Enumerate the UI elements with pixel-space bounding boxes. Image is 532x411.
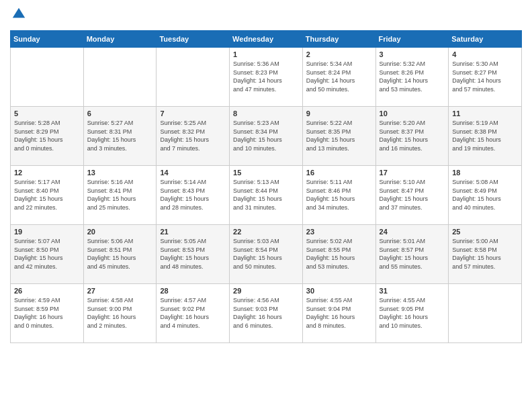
calendar-cell: 3Sunrise: 5:32 AM Sunset: 8:26 PM Daylig… bbox=[375, 48, 449, 107]
calendar-cell: 13Sunrise: 5:16 AM Sunset: 8:41 PM Dayli… bbox=[83, 166, 157, 225]
col-header-tuesday: Tuesday bbox=[157, 31, 230, 48]
calendar-table: SundayMondayTuesdayWednesdayThursdayFrid… bbox=[10, 30, 522, 343]
day-number: 1 bbox=[233, 50, 299, 58]
calendar-cell: 14Sunrise: 5:14 AM Sunset: 8:43 PM Dayli… bbox=[157, 166, 230, 225]
day-number: 8 bbox=[233, 109, 299, 118]
cell-content: Sunrise: 5:03 AM Sunset: 8:54 PM Dayligh… bbox=[233, 237, 299, 271]
calendar-cell: 30Sunrise: 4:55 AM Sunset: 9:04 PM Dayli… bbox=[302, 284, 375, 343]
cell-content: Sunrise: 5:36 AM Sunset: 8:23 PM Dayligh… bbox=[233, 60, 299, 93]
cell-content: Sunrise: 5:11 AM Sunset: 8:46 PM Dayligh… bbox=[306, 178, 372, 212]
cell-content: Sunrise: 5:16 AM Sunset: 8:41 PM Dayligh… bbox=[87, 178, 153, 212]
calendar-cell: 27Sunrise: 4:58 AM Sunset: 9:00 PM Dayli… bbox=[83, 284, 157, 343]
svg-marker-0 bbox=[13, 8, 25, 18]
col-header-monday: Monday bbox=[83, 31, 157, 48]
day-number: 31 bbox=[380, 287, 445, 295]
day-number: 27 bbox=[87, 287, 153, 295]
day-number: 9 bbox=[306, 109, 372, 118]
cell-content: Sunrise: 4:59 AM Sunset: 8:59 PM Dayligh… bbox=[14, 296, 80, 330]
day-number: 13 bbox=[87, 169, 153, 177]
calendar-cell bbox=[83, 48, 157, 107]
day-number: 22 bbox=[233, 228, 299, 236]
cell-content: Sunrise: 5:28 AM Sunset: 8:29 PM Dayligh… bbox=[14, 119, 80, 152]
calendar-cell: 6Sunrise: 5:27 AM Sunset: 8:31 PM Daylig… bbox=[83, 107, 157, 166]
calendar-cell: 22Sunrise: 5:03 AM Sunset: 8:54 PM Dayli… bbox=[230, 225, 303, 284]
day-number: 18 bbox=[452, 169, 518, 177]
cell-content: Sunrise: 5:19 AM Sunset: 8:38 PM Dayligh… bbox=[452, 119, 518, 152]
calendar-cell: 21Sunrise: 5:05 AM Sunset: 8:53 PM Dayli… bbox=[157, 225, 230, 284]
day-number: 23 bbox=[306, 228, 372, 236]
col-header-friday: Friday bbox=[375, 31, 449, 48]
cell-content: Sunrise: 4:57 AM Sunset: 9:02 PM Dayligh… bbox=[160, 296, 226, 330]
day-number: 25 bbox=[452, 228, 518, 236]
col-header-wednesday: Wednesday bbox=[230, 31, 303, 48]
calendar-cell: 4Sunrise: 5:30 AM Sunset: 8:27 PM Daylig… bbox=[449, 48, 522, 107]
calendar-cell: 29Sunrise: 4:56 AM Sunset: 9:03 PM Dayli… bbox=[230, 284, 303, 343]
cell-content: Sunrise: 5:22 AM Sunset: 8:35 PM Dayligh… bbox=[306, 119, 372, 152]
day-number: 21 bbox=[160, 228, 226, 236]
cell-content: Sunrise: 5:17 AM Sunset: 8:40 PM Dayligh… bbox=[14, 178, 80, 212]
day-number: 16 bbox=[306, 169, 372, 177]
calendar-cell: 11Sunrise: 5:19 AM Sunset: 8:38 PM Dayli… bbox=[449, 107, 522, 166]
cell-content: Sunrise: 5:08 AM Sunset: 8:49 PM Dayligh… bbox=[452, 178, 518, 212]
calendar-cell: 9Sunrise: 5:22 AM Sunset: 8:35 PM Daylig… bbox=[302, 107, 375, 166]
calendar-cell: 20Sunrise: 5:06 AM Sunset: 8:51 PM Dayli… bbox=[83, 225, 157, 284]
day-number: 12 bbox=[14, 169, 80, 177]
day-number: 15 bbox=[233, 169, 299, 177]
col-header-saturday: Saturday bbox=[449, 31, 522, 48]
cell-content: Sunrise: 5:25 AM Sunset: 8:32 PM Dayligh… bbox=[160, 119, 226, 152]
logo-icon bbox=[11, 7, 26, 21]
cell-content: Sunrise: 5:34 AM Sunset: 8:24 PM Dayligh… bbox=[306, 60, 372, 93]
calendar-cell: 16Sunrise: 5:11 AM Sunset: 8:46 PM Dayli… bbox=[302, 166, 375, 225]
day-number: 29 bbox=[233, 287, 299, 295]
calendar-cell: 31Sunrise: 4:55 AM Sunset: 9:05 PM Dayli… bbox=[375, 284, 449, 343]
calendar-cell: 7Sunrise: 5:25 AM Sunset: 8:32 PM Daylig… bbox=[157, 107, 230, 166]
cell-content: Sunrise: 5:27 AM Sunset: 8:31 PM Dayligh… bbox=[87, 119, 153, 152]
day-number: 10 bbox=[380, 109, 445, 118]
day-number: 14 bbox=[160, 169, 226, 177]
week-row-1: 1Sunrise: 5:36 AM Sunset: 8:23 PM Daylig… bbox=[11, 48, 522, 107]
day-number: 4 bbox=[452, 50, 518, 58]
cell-content: Sunrise: 5:00 AM Sunset: 8:58 PM Dayligh… bbox=[452, 237, 518, 271]
calendar-cell bbox=[157, 48, 230, 107]
logo bbox=[10, 7, 26, 25]
calendar-cell: 25Sunrise: 5:00 AM Sunset: 8:58 PM Dayli… bbox=[449, 225, 522, 284]
calendar-cell: 2Sunrise: 5:34 AM Sunset: 8:24 PM Daylig… bbox=[302, 48, 375, 107]
cell-content: Sunrise: 4:55 AM Sunset: 9:04 PM Dayligh… bbox=[306, 296, 372, 330]
cell-content: Sunrise: 5:01 AM Sunset: 8:57 PM Dayligh… bbox=[380, 237, 445, 271]
day-number: 28 bbox=[160, 287, 226, 295]
calendar-cell: 10Sunrise: 5:20 AM Sunset: 8:37 PM Dayli… bbox=[375, 107, 449, 166]
calendar-cell bbox=[449, 284, 522, 343]
cell-content: Sunrise: 5:07 AM Sunset: 8:50 PM Dayligh… bbox=[14, 237, 80, 271]
day-number: 11 bbox=[452, 109, 518, 118]
cell-content: Sunrise: 4:56 AM Sunset: 9:03 PM Dayligh… bbox=[233, 296, 299, 330]
calendar-cell: 15Sunrise: 5:13 AM Sunset: 8:44 PM Dayli… bbox=[230, 166, 303, 225]
col-header-sunday: Sunday bbox=[11, 31, 84, 48]
day-number: 26 bbox=[14, 287, 80, 295]
week-row-4: 19Sunrise: 5:07 AM Sunset: 8:50 PM Dayli… bbox=[11, 225, 522, 284]
day-number: 17 bbox=[380, 169, 445, 177]
day-number: 6 bbox=[87, 109, 153, 118]
calendar-cell: 23Sunrise: 5:02 AM Sunset: 8:55 PM Dayli… bbox=[302, 225, 375, 284]
cell-content: Sunrise: 4:55 AM Sunset: 9:05 PM Dayligh… bbox=[380, 296, 445, 330]
day-number: 3 bbox=[380, 50, 445, 58]
day-number: 24 bbox=[380, 228, 445, 236]
calendar-cell: 19Sunrise: 5:07 AM Sunset: 8:50 PM Dayli… bbox=[11, 225, 84, 284]
cell-content: Sunrise: 5:23 AM Sunset: 8:34 PM Dayligh… bbox=[233, 119, 299, 152]
calendar-cell: 28Sunrise: 4:57 AM Sunset: 9:02 PM Dayli… bbox=[157, 284, 230, 343]
calendar-cell: 12Sunrise: 5:17 AM Sunset: 8:40 PM Dayli… bbox=[11, 166, 84, 225]
calendar-cell: 8Sunrise: 5:23 AM Sunset: 8:34 PM Daylig… bbox=[230, 107, 303, 166]
day-number: 19 bbox=[14, 228, 80, 236]
cell-content: Sunrise: 5:13 AM Sunset: 8:44 PM Dayligh… bbox=[233, 178, 299, 212]
calendar-cell: 18Sunrise: 5:08 AM Sunset: 8:49 PM Dayli… bbox=[449, 166, 522, 225]
week-row-3: 12Sunrise: 5:17 AM Sunset: 8:40 PM Dayli… bbox=[11, 166, 522, 225]
cell-content: Sunrise: 5:32 AM Sunset: 8:26 PM Dayligh… bbox=[380, 60, 445, 93]
week-row-5: 26Sunrise: 4:59 AM Sunset: 8:59 PM Dayli… bbox=[11, 284, 522, 343]
cell-content: Sunrise: 5:06 AM Sunset: 8:51 PM Dayligh… bbox=[87, 237, 153, 271]
day-number: 5 bbox=[14, 109, 80, 118]
calendar-cell: 1Sunrise: 5:36 AM Sunset: 8:23 PM Daylig… bbox=[230, 48, 303, 107]
calendar-cell: 5Sunrise: 5:28 AM Sunset: 8:29 PM Daylig… bbox=[11, 107, 84, 166]
cell-content: Sunrise: 5:10 AM Sunset: 8:47 PM Dayligh… bbox=[380, 178, 445, 212]
day-number: 7 bbox=[160, 109, 226, 118]
cell-content: Sunrise: 5:20 AM Sunset: 8:37 PM Dayligh… bbox=[380, 119, 445, 152]
header-row: SundayMondayTuesdayWednesdayThursdayFrid… bbox=[11, 31, 522, 48]
